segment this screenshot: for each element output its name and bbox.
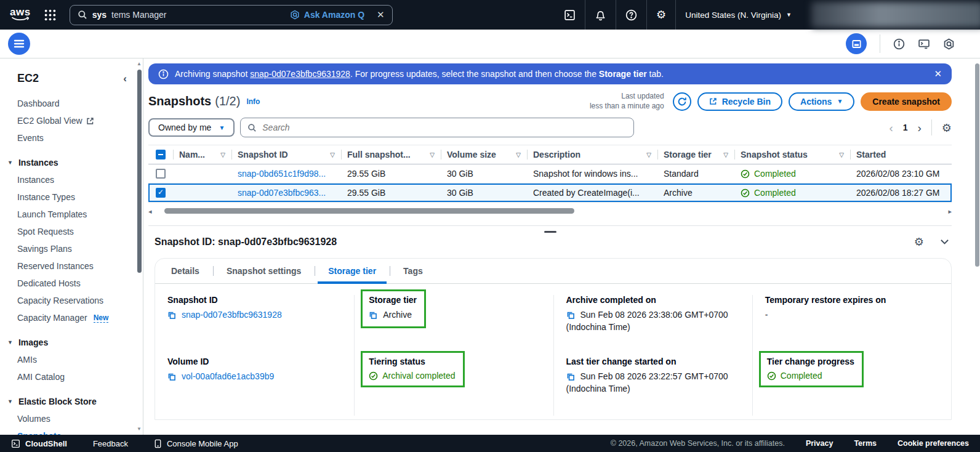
owned-by-filter-dropdown[interactable]: Owned by me ▼ (148, 118, 235, 137)
current-page[interactable]: 1 (903, 123, 908, 132)
table-row[interactable]: snap-0bd651c1f9d98... 29.55 GiB 30 GiB S… (148, 164, 952, 184)
page-scrollbar[interactable] (974, 59, 980, 435)
sidebar-item-ec2-global-view[interactable]: EC2 Global View (0, 112, 143, 129)
banner-close-icon[interactable]: ✕ (934, 68, 942, 79)
settings-gear-icon[interactable]: ⚙ (646, 0, 675, 30)
copy-icon[interactable] (369, 311, 377, 320)
sidebar-item-dashboard[interactable]: Dashboard (0, 95, 143, 112)
global-search-input[interactable]: systems Manager Ask Amazon Q ✕ (70, 5, 393, 25)
column-header-volume-size[interactable]: Volume size▽ (441, 145, 527, 164)
sidebar-section-instances[interactable]: ▼Instances (0, 153, 143, 171)
cloudshell-icon[interactable] (555, 0, 585, 30)
tab-tags[interactable]: Tags (390, 259, 436, 283)
column-header-started[interactable]: Started (850, 145, 952, 164)
footer-cloudshell-button[interactable]: CloudShell (11, 439, 67, 448)
copy-icon[interactable] (566, 311, 575, 320)
region-selector[interactable]: United States (N. Virginia) ▼ (675, 0, 801, 30)
horizontal-scrollbar[interactable]: ◂ ▸ (148, 207, 952, 216)
sidebar-item-events[interactable]: Events (0, 129, 143, 147)
sidebar-item-capacity-manager[interactable]: Capacity ManagerNew (0, 309, 143, 326)
next-page-icon[interactable]: › (918, 122, 922, 134)
services-grid-icon[interactable] (44, 9, 56, 21)
sidebar-item-ami-catalog[interactable]: AMI Catalog (0, 368, 143, 385)
cookie-preferences-link[interactable]: Cookie preferences (898, 439, 969, 448)
create-snapshot-button[interactable]: Create snapshot (861, 92, 952, 111)
column-header-snapshot-id[interactable]: Snapshot ID▽ (231, 145, 341, 164)
scroll-down-icon[interactable]: ▼ (137, 426, 142, 432)
footer-mobile-app-button[interactable]: Console Mobile App (154, 439, 238, 448)
info-link[interactable]: Info (246, 97, 260, 106)
sort-icon[interactable]: ▽ (430, 151, 435, 158)
scroll-up-icon[interactable]: ▲ (137, 61, 142, 67)
sidebar-item-dedicated-hosts[interactable]: Dedicated Hosts (0, 275, 143, 292)
sidebar-item-amis[interactable]: AMIs (0, 351, 143, 368)
sidebar-item-spot-requests[interactable]: Spot Requests (0, 223, 143, 240)
sort-icon[interactable]: ▽ (646, 151, 651, 158)
search-close-icon[interactable]: ✕ (377, 9, 385, 20)
copy-icon[interactable] (167, 311, 176, 320)
sidebar-item-capacity-reservations[interactable]: Capacity Reservations (0, 292, 143, 309)
sort-icon[interactable]: ▽ (839, 151, 844, 158)
sidebar-item-launch-templates[interactable]: Launch Templates (0, 206, 143, 223)
sidebar-section-images[interactable]: ▼Images (0, 333, 143, 351)
table-search-field[interactable] (240, 118, 634, 137)
sidebar-scrollbar[interactable]: ▲ ▼ (136, 61, 142, 432)
footer-feedback-button[interactable]: Feedback (93, 439, 128, 448)
copy-icon[interactable] (167, 373, 176, 381)
scrollbar-thumb[interactable] (137, 70, 142, 273)
previous-page-icon[interactable]: ‹ (889, 122, 893, 134)
tab-storage-tier[interactable]: Storage tier (315, 259, 390, 283)
snapshot-id-link[interactable]: snap-0d07e3bfbc963... (238, 188, 326, 198)
sidebar-section-elastic-block-store[interactable]: ▼Elastic Block Store (0, 392, 143, 410)
sidebar-item-instance-types[interactable]: Instance Types (0, 188, 143, 206)
copy-icon[interactable] (566, 373, 575, 381)
column-header-full-snapshot[interactable]: Full snapshot...▽ (341, 145, 441, 164)
sort-icon[interactable]: ▽ (516, 151, 521, 158)
privacy-link[interactable]: Privacy (806, 439, 833, 448)
scrollbar-thumb[interactable] (164, 208, 575, 214)
menu-button[interactable] (8, 33, 30, 55)
snapshot-id-value-link[interactable]: snap-0d07e3bfbc9631928 (182, 310, 282, 320)
panel-preferences-gear-icon[interactable]: ⚙ (914, 235, 924, 248)
column-header-description[interactable]: Description▽ (527, 145, 657, 164)
table-row-selected[interactable]: snap-0d07e3bfbc963... 29.55 GiB 30 GiB C… (148, 184, 952, 203)
help-icon[interactable] (616, 0, 646, 30)
table-preferences-gear-icon[interactable]: ⚙ (942, 121, 952, 134)
banner-snapshot-link[interactable]: snap-0d07e3bfbc9631928 (250, 69, 350, 79)
split-panel-resize-handle[interactable] (544, 231, 556, 233)
sidebar-item-savings-plans[interactable]: Savings Plans (0, 240, 143, 257)
sort-icon[interactable]: ▽ (220, 151, 225, 158)
ask-amazon-q-button[interactable]: Ask Amazon Q (290, 10, 364, 20)
column-header-snapshot-status[interactable]: Snapshot status▽ (734, 145, 850, 164)
column-header-storage-tier[interactable]: Storage tier▽ (657, 145, 734, 164)
notifications-bell-icon[interactable] (585, 0, 616, 30)
aws-logo[interactable]: aws (10, 8, 31, 22)
scrollbar-thumb[interactable] (975, 63, 979, 267)
select-all-checkbox[interactable] (148, 145, 173, 164)
column-header-name[interactable]: Nam...▽ (173, 145, 231, 164)
info-icon[interactable] (893, 38, 905, 50)
sidebar-collapse-icon[interactable]: ‹ (123, 73, 127, 84)
sort-icon[interactable]: ▽ (330, 151, 335, 158)
tab-details[interactable]: Details (158, 259, 213, 283)
amazon-q-icon[interactable] (943, 38, 955, 50)
row-checkbox[interactable] (156, 169, 166, 179)
actions-button[interactable]: Actions ▼ (789, 92, 854, 111)
scroll-left-icon[interactable]: ◂ (148, 208, 152, 215)
split-panel-toggle-button[interactable] (846, 33, 867, 54)
terms-link[interactable]: Terms (854, 439, 877, 448)
search-input[interactable] (262, 123, 627, 132)
recycle-bin-button[interactable]: Recycle Bin (697, 92, 782, 111)
scroll-right-icon[interactable]: ▸ (948, 208, 952, 215)
sidebar-item-volumes[interactable]: Volumes (0, 410, 143, 427)
refresh-button[interactable] (673, 92, 691, 111)
feedback-terminal-icon[interactable] (918, 38, 930, 50)
panel-collapse-chevron-icon[interactable] (940, 239, 949, 245)
volume-id-value-link[interactable]: vol-00a0fad6e1acb39b9 (182, 371, 274, 381)
sidebar-item-instances[interactable]: Instances (0, 171, 143, 188)
sidebar-item-reserved-instances[interactable]: Reserved Instances (0, 257, 143, 275)
sort-icon[interactable]: ▽ (723, 151, 728, 158)
row-checkbox-checked[interactable] (156, 188, 166, 198)
tab-snapshot-settings[interactable]: Snapshot settings (213, 259, 315, 283)
sidebar-item-snapshots[interactable]: Snapshots (0, 427, 143, 435)
